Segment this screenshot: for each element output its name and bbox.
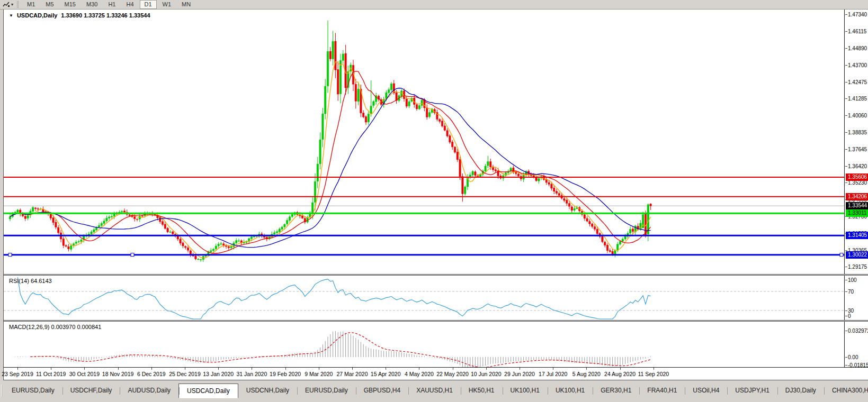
- price-tick-label: 1.38835: [848, 130, 867, 135]
- macd-axis[interactable]: 0.0329720.00-0.018154: [845, 322, 868, 367]
- chart-window: 1.473401.461151.448901.437001.424751.412…: [3, 10, 868, 380]
- date-label: 25 Dec 2019: [169, 371, 201, 377]
- price-tick-mark: [845, 166, 847, 167]
- price-tick-mark: [845, 182, 847, 183]
- main-chart-pane: 1.473401.461151.448901.437001.424751.412…: [4, 10, 868, 274]
- date-label: 31 Jan 2020: [236, 371, 267, 377]
- price-tick-mark: [845, 267, 847, 267]
- date-tick-mark: [252, 368, 252, 370]
- price-chart-canvas[interactable]: [4, 10, 845, 274]
- timeframe-buttons: M1M5M15M30H1H4D1W1MN: [22, 0, 196, 10]
- timeframe-button-mn[interactable]: MN: [177, 0, 195, 9]
- date-label: 30 Oct 2019: [69, 371, 100, 377]
- rsi-tick-mark: [845, 316, 847, 316]
- timeframe-button-m1[interactable]: M1: [22, 0, 40, 9]
- chart-tab-xauusd-h1[interactable]: XAUUSD,H1: [408, 384, 461, 397]
- chart-tab-ger30-h1[interactable]: GER30,H1: [593, 384, 639, 397]
- price-badge-1.33011: 1.33011: [846, 209, 868, 217]
- date-label: 4 May 2020: [405, 371, 434, 377]
- chart-tab-usdcnh-daily[interactable]: USDCNH,Daily: [238, 384, 297, 397]
- date-label: 22 May 2020: [436, 371, 469, 377]
- bull-candle-wicks: [10, 21, 648, 262]
- price-tick-label: 1.42475: [848, 79, 867, 85]
- chart-tab-audusd-daily[interactable]: AUDUSD,Daily: [120, 384, 178, 397]
- chevron-down-icon: ▾: [11, 2, 13, 7]
- date-tick-mark: [486, 368, 487, 370]
- date-label: 6 Dec 2019: [137, 371, 166, 377]
- date-label: 29 Jun 2020: [504, 371, 535, 377]
- timeframe-button-m5[interactable]: M5: [41, 0, 58, 9]
- timeframe-button-w1[interactable]: W1: [158, 0, 176, 9]
- price-axis[interactable]: 1.473401.461151.448901.437001.424751.412…: [845, 10, 868, 274]
- price-tick-label: 1.29175: [848, 264, 867, 270]
- timeframe-button-m15[interactable]: M15: [60, 0, 80, 9]
- date-label: 27 Mar 2020: [337, 371, 368, 377]
- chart-tab-uk100-h1[interactable]: UK100,H1: [503, 384, 548, 397]
- toolbar-grip[interactable]: [17, 1, 19, 8]
- rsi-tick-mark: [845, 291, 847, 292]
- price-tick-label: 1.36420: [848, 163, 867, 169]
- rsi-tick-label: 0: [848, 313, 851, 319]
- price-tick-label: 1.47340: [848, 12, 867, 17]
- timeframe-button-m30[interactable]: M30: [82, 0, 102, 9]
- macd-pane: 0.0329720.00-0.018154 MACD(12,26,9) 0.00…: [4, 322, 868, 367]
- chart-tab-gbpusd-h4[interactable]: GBPUSD,H4: [356, 384, 408, 397]
- timeframe-button-h4[interactable]: H4: [121, 0, 138, 9]
- date-label: 11 Sep 2020: [638, 371, 669, 377]
- date-tick-mark: [553, 368, 553, 370]
- date-tick-mark: [118, 368, 119, 370]
- date-label: 11 Oct 2019: [36, 371, 66, 377]
- hline-handle[interactable]: [131, 253, 134, 257]
- price-tick-mark: [845, 65, 847, 66]
- timeframe-button-h1[interactable]: H1: [103, 0, 120, 9]
- rsi-label: RSI(14) 64.6143: [9, 278, 52, 284]
- chart-tab-hk50-h1[interactable]: HK50,H1: [461, 384, 503, 397]
- chart-tab-china300-h1[interactable]: CHINA300,H1: [824, 384, 868, 397]
- chart-tab-bar: EURUSD,DailyUSDCHF,DailyAUDUSD,DailyUSDC…: [0, 382, 868, 402]
- hline-handle[interactable]: [8, 253, 12, 257]
- chart-cursor-icon: [3, 2, 10, 8]
- date-axis[interactable]: 23 Sep 201911 Oct 201930 Oct 201918 Nov …: [4, 367, 868, 380]
- chart-tab-usdjpy-h1[interactable]: USDJPY,H1: [727, 384, 777, 397]
- macd-canvas[interactable]: [4, 322, 845, 367]
- chart-tab-fra40-h1[interactable]: FRA40,H1: [639, 384, 685, 397]
- date-tick-mark: [51, 368, 51, 370]
- price-tick-mark: [845, 250, 847, 251]
- chart-tool-button[interactable]: ▾: [0, 1, 15, 9]
- chart-tab-usdchf-daily[interactable]: USDCHF,Daily: [62, 384, 120, 397]
- macd-tick-label: 0.00: [848, 354, 858, 360]
- date-tick-mark: [620, 368, 621, 370]
- chart-tab-dj30-daily[interactable]: DJ30,Daily: [777, 384, 824, 397]
- price-tick-label: 1.46115: [848, 29, 866, 34]
- rsi-tick-mark: [845, 280, 847, 280]
- price-tick-mark: [845, 115, 847, 116]
- date-tick-mark: [386, 368, 386, 370]
- chart-tab-uk100-h1[interactable]: UK100,H1: [548, 384, 593, 397]
- chart-tab-usdcad-daily[interactable]: USDCAD,Daily: [178, 383, 238, 398]
- chart-tab-usoil-h4[interactable]: USOil,H4: [685, 384, 727, 397]
- price-badge-1.34206: 1.34206: [846, 193, 868, 200]
- date-tick-mark: [453, 368, 453, 370]
- date-tick-mark: [218, 368, 219, 370]
- date-tick-mark: [419, 368, 419, 370]
- macd-tick-mark: [845, 357, 847, 358]
- chart-tab-eurusd-daily[interactable]: EURUSD,Daily: [4, 384, 62, 397]
- chart-title: ▼ USDCAD,Daily 1.33690 1.33725 1.33246 1…: [9, 12, 150, 19]
- price-tick-label: 1.44890: [848, 45, 867, 51]
- rsi-canvas[interactable]: [4, 276, 845, 320]
- ma-mid-line: [10, 71, 651, 253]
- chart-dropdown-icon[interactable]: ▼: [9, 13, 13, 18]
- timeframe-button-d1[interactable]: D1: [140, 0, 157, 9]
- chart-tab-eurusd-daily[interactable]: EURUSD,Daily: [297, 384, 356, 397]
- price-tick-mark: [845, 149, 847, 150]
- rsi-axis[interactable]: 10070300: [845, 276, 868, 320]
- date-label: 17 Jul 2020: [539, 371, 567, 377]
- date-label: 23 Sep 2019: [2, 371, 33, 377]
- date-label: 18 Nov 2019: [102, 371, 134, 377]
- date-tick-mark: [520, 368, 520, 370]
- tab-bar-grip[interactable]: [1, 385, 2, 397]
- hline-handle[interactable]: [840, 253, 843, 257]
- price-badge-1.31405: 1.31405: [846, 232, 868, 239]
- date-tick-mark: [654, 368, 654, 370]
- date-tick-mark: [319, 368, 319, 370]
